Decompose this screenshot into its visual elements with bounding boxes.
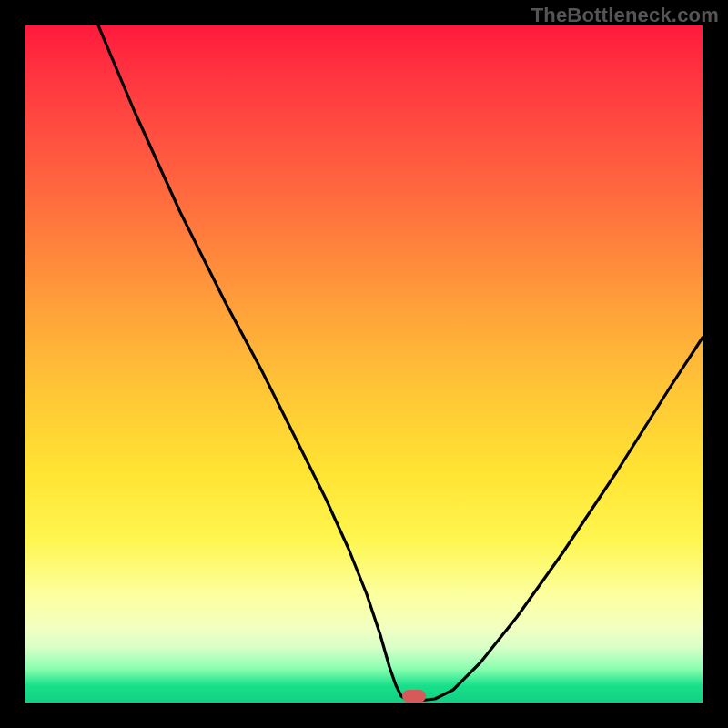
chart-frame: TheBottleneck.com <box>0 0 728 728</box>
chart-plot-area <box>25 25 703 703</box>
minimum-marker <box>402 690 426 703</box>
bottleneck-curve <box>25 25 703 703</box>
curve-path <box>98 25 703 701</box>
watermark-text: TheBottleneck.com <box>531 4 719 27</box>
